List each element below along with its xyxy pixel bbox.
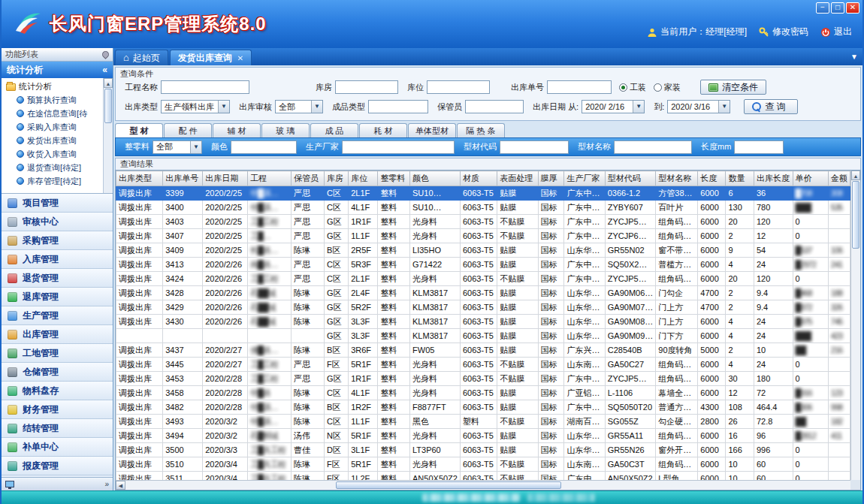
table-row[interactable]: 调拨出库34302020/2/26石██城陈琳G区3L3F整料KLM381760… [116, 315, 850, 329]
sidebar-item-12[interactable]: 财务管理 [2, 400, 113, 419]
table-row[interactable]: 调拨出库35102020/3/4工█共工程陈琳F区5R1F整料光身料6063-T… [116, 457, 850, 472]
sidebar-item-5[interactable]: 退货管理 [2, 269, 113, 288]
logout-button[interactable]: 退出 [820, 26, 852, 38]
sidebar-item-4[interactable]: 入库管理 [2, 250, 113, 269]
audit-select[interactable]: 全部 ▼ [275, 100, 323, 113]
table-vertical-scrollbar[interactable]: ▲ [850, 171, 860, 480]
scroll-left-icon[interactable]: ◀ [116, 481, 125, 490]
profile-code-input[interactable] [500, 140, 569, 154]
location-input[interactable] [427, 80, 490, 94]
tree-scrollbar[interactable]: ▲ [103, 78, 113, 193]
table-row[interactable]: 调拨出库35112020/3/4工█共工程陈琳F区1L2F整料AN50X50Z2… [116, 472, 850, 481]
table-row[interactable]: 调拨出库34452020/2/27工█工程严思F区5R1F整料光身料6063-T… [116, 358, 850, 372]
column-header-10[interactable]: 表面处理 [497, 171, 538, 186]
table-row[interactable]: 调拨出库34372020/2/27佛█路…陈琳B区3R6F整料FW056063-… [116, 343, 850, 358]
chevron-down-icon[interactable]: ▼ [718, 101, 730, 113]
warehouse-input[interactable] [335, 80, 398, 94]
column-header-12[interactable]: 生产厂家 [564, 171, 605, 186]
radio-jiazhuang[interactable]: 家装 [654, 82, 681, 93]
column-header-13[interactable]: 型材代码 [605, 171, 656, 186]
length-input[interactable] [734, 140, 784, 154]
tab-shipping-query[interactable]: 发货出库查询✕ [170, 50, 252, 65]
column-header-9[interactable]: 材质 [460, 171, 497, 186]
product-type-input[interactable] [368, 100, 428, 113]
table-row[interactable]: 调拨出库35002020/3/3工█共工程曹佳D区3L1F整料LT3P60606… [116, 443, 850, 457]
tree-scrollbar-thumb[interactable] [104, 89, 112, 123]
material-tab-5[interactable]: 耗 材 [359, 123, 407, 137]
date-to-picker[interactable]: 2020/ 3/16 ▼ [667, 100, 730, 113]
search-button[interactable]: 查 询 [744, 99, 798, 114]
table-row[interactable]: 调拨出库34132020/2/26南█路…严思C区5R3F整料G71422606… [116, 258, 850, 272]
column-header-4[interactable]: 保管员 [291, 171, 324, 186]
expand-more-icon[interactable]: » [104, 480, 109, 488]
sidebar-item-9[interactable]: 工地管理 [2, 344, 113, 363]
radio-gongzhuang[interactable]: 工装 [619, 82, 646, 93]
maximize-button[interactable]: □ [831, 2, 844, 14]
table-row[interactable]: 调拨出库34932020/3/2华█源…陈琳C区1L1F整料黑色塑料不贴膜国标湖… [116, 415, 850, 429]
manufacturer-input[interactable] [342, 140, 455, 154]
column-header-7[interactable]: 整零料 [378, 171, 410, 186]
sidebar-item-10[interactable]: 仓储管理 [2, 363, 113, 382]
monitor-icon[interactable] [5, 481, 14, 487]
table-row[interactable]: G区3L3F整料KLM38176063-T5贴膜国标山东华…GA90M09…门下… [116, 329, 850, 343]
minimize-button[interactable]: − [816, 2, 829, 14]
chevron-down-icon[interactable]: ▼ [218, 101, 229, 113]
outbound-type-select[interactable]: 生产领料出库 ▼ [161, 100, 230, 113]
column-header-0[interactable]: 出库类型 [116, 171, 163, 186]
tree-item-4[interactable]: 收货入库查询 [6, 147, 102, 161]
tree-item-5[interactable]: 退货查询[待定] [6, 161, 102, 174]
table-row[interactable]: 调拨出库34072020/2/25工█…严思G区1L1F整料光身料6063-T5… [116, 229, 850, 243]
color-input[interactable] [231, 140, 297, 154]
material-tab-7[interactable]: 隔 热 条 [457, 123, 505, 137]
table-row[interactable]: 调拨出库34092020/2/25长█路…陈琳B区2R5F整料LI35HO606… [116, 243, 850, 258]
sidebar-item-2[interactable]: 审核中心 [2, 213, 113, 231]
scroll-up-icon[interactable]: ▲ [851, 171, 860, 180]
column-header-2[interactable]: 出库日期 [203, 171, 248, 186]
column-header-6[interactable]: 库位 [349, 171, 378, 186]
tab-close-icon[interactable]: ✕ [237, 54, 243, 62]
tree-item-3[interactable]: 发货出库查询 [6, 134, 102, 147]
tree-item-1[interactable]: 在途信息查询[待 [6, 107, 102, 120]
close-button[interactable]: ✕ [846, 2, 859, 14]
chevron-down-icon[interactable]: ▼ [190, 141, 201, 153]
column-header-11[interactable]: 膜厚 [538, 171, 564, 186]
table-row[interactable]: 调拨出库34002020/2/25华█源…严思C区4L1F整料SU10…6063… [116, 201, 850, 215]
scroll-up-icon[interactable]: ▲ [104, 78, 113, 88]
sidebar-item-15[interactable]: 报废管理 [2, 457, 113, 475]
date-from-picker[interactable]: 2020/ 2/16 ▼ [582, 100, 645, 113]
tree-root-statistics[interactable]: 统计分析 [6, 80, 102, 93]
sidebar-item-8[interactable]: 出库管理 [2, 325, 113, 344]
column-header-5[interactable]: 库房 [324, 171, 348, 186]
chevron-down-icon[interactable]: ▼ [311, 101, 322, 113]
material-tab-6[interactable]: 单体型材 [408, 123, 456, 137]
pin-icon[interactable] [101, 50, 110, 59]
column-header-18[interactable]: 单价 [793, 171, 828, 186]
column-header-3[interactable]: 工程 [248, 171, 292, 186]
whole-part-select[interactable]: 全部 ▼ [153, 140, 202, 154]
tree-item-6[interactable]: 库存管理[待定] [6, 174, 102, 188]
sidebar-item-13[interactable]: 结转管理 [2, 419, 113, 438]
material-tab-4[interactable]: 成 品 [310, 123, 358, 137]
table-row[interactable]: 调拨出库33992020/2/25华█源…严思C区2L1F整料SU10…6063… [116, 186, 850, 201]
sidebar-section-statistics[interactable]: 统计分析 « [2, 62, 113, 78]
material-tab-0[interactable]: 型 材 [115, 123, 163, 137]
collapse-icon[interactable]: « [102, 65, 107, 75]
table-row[interactable]: 调拨出库34822020/2/28华█源…陈琳B区1R2F整料F8877FT60… [116, 400, 850, 415]
column-header-19[interactable]: 金额 [828, 171, 850, 186]
sidebar-item-11[interactable]: 物料盘存 [2, 382, 113, 400]
sidebar-item-1[interactable]: 项目管理 [2, 194, 113, 213]
tab-list-caret-icon[interactable]: ▼ [850, 53, 858, 61]
column-header-14[interactable]: 型材名称 [656, 171, 698, 186]
change-password-button[interactable]: 修改密码 [759, 26, 808, 38]
table-horizontal-scrollbar[interactable]: ◀ [116, 480, 850, 490]
vertical-scrollbar-thumb[interactable] [852, 181, 859, 249]
project-name-input[interactable] [161, 80, 249, 94]
sidebar-item-14[interactable]: 补单中心 [2, 438, 113, 457]
table-row[interactable]: 调拨出库34532020/2/28工█工程严思G区1R1F整料光身料6063-T… [116, 372, 850, 386]
sidebar-item-6[interactable]: 退库管理 [2, 288, 113, 306]
sidebar-item-7[interactable]: 生产管理 [2, 306, 113, 325]
column-header-17[interactable]: 出库长度 [754, 171, 793, 186]
order-no-input[interactable] [547, 80, 612, 94]
chevron-down-icon[interactable]: ▼ [633, 101, 644, 113]
column-header-8[interactable]: 颜色 [410, 171, 461, 186]
